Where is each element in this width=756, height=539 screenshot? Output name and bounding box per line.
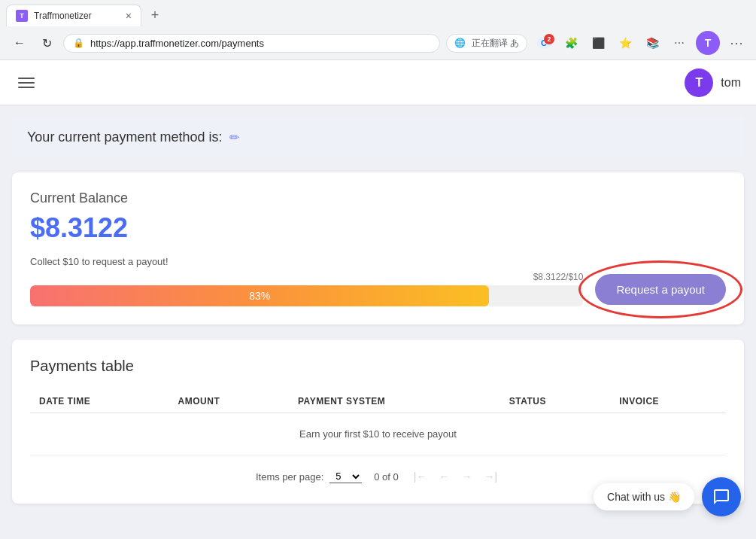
progress-percent-text: 83%	[249, 290, 270, 302]
hamburger-line-1	[18, 78, 35, 79]
more-actions-button[interactable]: ⋯	[669, 32, 690, 53]
payments-table: DATE TIME AMOUNT PAYMENT SYSTEM STATUS I…	[30, 390, 726, 455]
payout-button-wrapper: Request a payout	[595, 274, 726, 305]
tab-close-button[interactable]: ×	[126, 11, 132, 21]
translate-text: 正在翻译 あ	[472, 37, 519, 50]
ext-count: 2	[544, 34, 554, 44]
translate-icon: 🌐	[454, 38, 466, 48]
chat-widget: Chat with us 👋	[594, 477, 741, 516]
user-name: tom	[721, 76, 741, 90]
extensions-button[interactable]: C2	[533, 32, 554, 53]
page-info: 0 of 0	[374, 471, 399, 483]
translate-bar[interactable]: 🌐 正在翻译 あ	[446, 34, 527, 53]
active-tab[interactable]: T Traffmonetizer ×	[6, 5, 141, 26]
chat-label: Chat with us 👋	[594, 483, 694, 510]
tab-label: Traffmonetizer	[34, 11, 92, 21]
per-page-label: Items per page:	[256, 471, 323, 483]
user-info: T tom	[685, 69, 741, 97]
browser-more-button[interactable]: ⋯	[726, 32, 747, 53]
lock-icon: 🔒	[73, 38, 84, 48]
balance-card: Current Balance $8.3122 Collect $10 to r…	[12, 172, 744, 324]
hamburger-menu-button[interactable]	[15, 75, 38, 91]
url-text: https://app.traffmonetizer.com/payments	[90, 38, 264, 49]
hamburger-line-3	[18, 87, 35, 88]
progress-bar-fill: 83%	[30, 285, 489, 306]
prev-page-button[interactable]: ←	[436, 467, 452, 486]
extension-badge: C2	[536, 37, 551, 49]
user-avatar-initial: T	[695, 76, 703, 90]
back-button[interactable]: ←	[9, 32, 30, 53]
progress-bar-background: 83%	[30, 285, 583, 306]
edit-payment-method-icon[interactable]: ✏	[229, 130, 239, 145]
collections-button[interactable]: 📚	[642, 32, 663, 53]
chat-icon	[712, 488, 730, 506]
profile-button[interactable]: T	[696, 31, 720, 55]
balance-label: Current Balance	[30, 190, 726, 206]
col-header-invoice: INVOICE	[610, 390, 726, 413]
tab-bar: T Traffmonetizer × +	[0, 0, 756, 26]
balance-amount: $8.3122	[30, 212, 726, 244]
col-header-datetime: DATE TIME	[30, 390, 169, 413]
next-page-button[interactable]: →	[458, 467, 475, 486]
user-avatar[interactable]: T	[685, 69, 713, 97]
url-bar[interactable]: 🔒 https://app.traffmonetizer.com/payment…	[63, 34, 440, 53]
progress-container: $8.3122/$10 83%	[30, 272, 583, 306]
favorites-button[interactable]: ⭐	[615, 32, 636, 53]
chat-open-button[interactable]	[702, 477, 741, 516]
request-payout-button[interactable]: Request a payout	[595, 274, 726, 305]
profile-initial: T	[705, 37, 712, 49]
address-bar: ← ↻ 🔒 https://app.traffmonetizer.com/pay…	[0, 26, 756, 59]
split-screen-button[interactable]: ⬛	[587, 32, 609, 53]
new-tab-button[interactable]: +	[144, 5, 165, 26]
first-page-button[interactable]: |←	[411, 467, 430, 486]
progress-row: $8.3122/$10 83% Request a payout	[30, 272, 726, 306]
browser-chrome: T Traffmonetizer × + ← ↻ 🔒 https://app.t…	[0, 0, 756, 60]
collect-text: Collect $10 to request a payout!	[30, 256, 726, 267]
app-header: T tom	[0, 60, 756, 105]
reload-button[interactable]: ↻	[36, 32, 57, 53]
payments-table-title: Payments table	[30, 358, 726, 375]
payment-method-banner: Your current payment method is: ✏	[12, 117, 744, 157]
tab-favicon: T	[16, 10, 28, 22]
table-empty-row: Earn your first $10 to receive payout	[30, 413, 726, 455]
col-header-payment-system: PAYMENT SYSTEM	[289, 390, 500, 413]
table-header-row: DATE TIME AMOUNT PAYMENT SYSTEM STATUS I…	[30, 390, 726, 413]
hamburger-line-2	[18, 82, 35, 84]
payment-method-label: Your current payment method is:	[27, 129, 222, 145]
col-header-amount: AMOUNT	[169, 390, 289, 413]
last-page-button[interactable]: →|	[481, 467, 500, 486]
col-header-status: STATUS	[500, 390, 610, 413]
empty-message: Earn your first $10 to receive payout	[30, 413, 726, 455]
extensions-puzzle-button[interactable]: 🧩	[560, 32, 581, 53]
per-page-select[interactable]: 5 10 25	[329, 470, 362, 483]
progress-label: $8.3122/$10	[30, 272, 583, 282]
